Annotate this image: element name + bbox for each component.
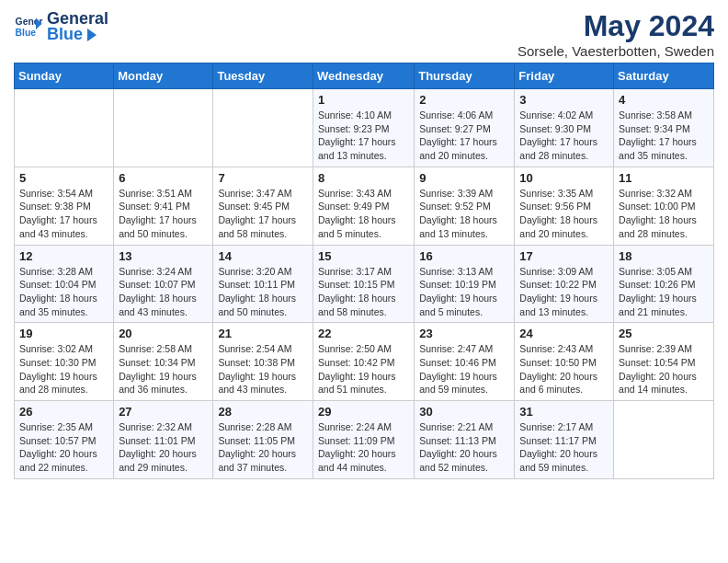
day-info: Sunrise: 3:43 AMSunset: 9:49 PMDaylight:…	[318, 187, 409, 241]
day-number: 11	[619, 171, 709, 185]
day-info: Sunrise: 2:50 AMSunset: 10:42 PMDaylight…	[318, 342, 409, 396]
day-info: Sunrise: 2:24 AMSunset: 11:09 PMDaylight…	[318, 420, 409, 475]
day-info: Sunrise: 3:39 AMSunset: 9:52 PMDaylight:…	[419, 187, 509, 241]
logo-icon: General Blue	[14, 12, 43, 41]
day-info: Sunrise: 2:54 AMSunset: 10:38 PMDaylight…	[218, 342, 308, 396]
day-number: 17	[519, 249, 609, 263]
day-info: Sunrise: 2:32 AMSunset: 11:01 PMDaylight…	[119, 420, 208, 475]
calendar-week-3: 12Sunrise: 3:28 AMSunset: 10:04 PMDaylig…	[15, 245, 714, 323]
day-number: 4	[619, 93, 709, 107]
day-number: 31	[519, 405, 609, 419]
calendar-cell: 26Sunrise: 2:35 AMSunset: 10:57 PMDaylig…	[15, 401, 114, 479]
calendar-cell	[114, 89, 213, 167]
day-info: Sunrise: 3:13 AMSunset: 10:19 PMDaylight…	[419, 265, 509, 319]
calendar-cell: 27Sunrise: 2:32 AMSunset: 11:01 PMDaylig…	[114, 401, 213, 479]
calendar-week-2: 5Sunrise: 3:54 AMSunset: 9:38 PMDaylight…	[15, 167, 714, 245]
subtitle: Sorsele, Vaesterbotten, Sweden	[518, 43, 714, 59]
day-number: 20	[119, 327, 208, 340]
calendar-cell: 23Sunrise: 2:47 AMSunset: 10:46 PMDaylig…	[415, 323, 515, 401]
calendar-header-row: Sunday Monday Tuesday Wednesday Thursday…	[15, 63, 714, 89]
day-number: 16	[419, 249, 509, 263]
calendar-cell: 22Sunrise: 2:50 AMSunset: 10:42 PMDaylig…	[313, 323, 414, 401]
day-info: Sunrise: 3:24 AMSunset: 10:07 PMDaylight…	[119, 265, 208, 319]
calendar-cell: 10Sunrise: 3:35 AMSunset: 9:56 PMDayligh…	[515, 167, 614, 245]
col-saturday: Saturday	[614, 63, 714, 89]
day-number: 5	[19, 171, 108, 185]
day-number: 26	[19, 405, 108, 419]
day-info: Sunrise: 3:47 AMSunset: 9:45 PMDaylight:…	[218, 187, 308, 241]
calendar-cell: 20Sunrise: 2:58 AMSunset: 10:34 PMDaylig…	[114, 323, 213, 401]
day-info: Sunrise: 3:32 AMSunset: 10:00 PMDaylight…	[619, 187, 709, 241]
calendar-cell: 13Sunrise: 3:24 AMSunset: 10:07 PMDaylig…	[114, 245, 213, 323]
day-info: Sunrise: 2:39 AMSunset: 10:54 PMDaylight…	[619, 342, 709, 396]
day-info: Sunrise: 3:28 AMSunset: 10:04 PMDaylight…	[19, 265, 108, 319]
day-info: Sunrise: 2:47 AMSunset: 10:46 PMDaylight…	[419, 342, 509, 396]
calendar-cell: 2Sunrise: 4:06 AMSunset: 9:27 PMDaylight…	[415, 89, 515, 167]
day-info: Sunrise: 3:35 AMSunset: 9:56 PMDaylight:…	[519, 187, 609, 241]
calendar-cell: 16Sunrise: 3:13 AMSunset: 10:19 PMDaylig…	[415, 245, 515, 323]
day-number: 15	[318, 249, 409, 263]
day-number: 8	[318, 171, 409, 185]
day-info: Sunrise: 3:05 AMSunset: 10:26 PMDaylight…	[619, 265, 709, 319]
calendar-cell	[614, 401, 714, 479]
calendar-cell: 8Sunrise: 3:43 AMSunset: 9:49 PMDaylight…	[313, 167, 414, 245]
day-number: 23	[419, 327, 509, 340]
day-number: 12	[19, 249, 108, 263]
col-friday: Friday	[515, 63, 614, 89]
day-info: Sunrise: 3:02 AMSunset: 10:30 PMDaylight…	[19, 342, 108, 396]
day-number: 14	[218, 249, 308, 263]
day-number: 19	[19, 327, 108, 340]
day-number: 10	[519, 171, 609, 185]
day-number: 24	[519, 327, 609, 340]
day-info: Sunrise: 2:21 AMSunset: 11:13 PMDaylight…	[419, 420, 509, 475]
day-number: 22	[318, 327, 409, 340]
day-number: 2	[419, 93, 509, 107]
calendar-week-5: 26Sunrise: 2:35 AMSunset: 10:57 PMDaylig…	[15, 401, 714, 479]
day-number: 7	[218, 171, 308, 185]
day-info: Sunrise: 2:35 AMSunset: 10:57 PMDaylight…	[19, 420, 108, 475]
col-wednesday: Wednesday	[313, 63, 414, 89]
day-number: 29	[318, 405, 409, 419]
day-info: Sunrise: 2:28 AMSunset: 11:05 PMDaylight…	[218, 420, 308, 475]
day-number: 9	[419, 171, 509, 185]
day-number: 21	[218, 327, 308, 340]
calendar-cell: 12Sunrise: 3:28 AMSunset: 10:04 PMDaylig…	[15, 245, 114, 323]
calendar-cell: 24Sunrise: 2:43 AMSunset: 10:50 PMDaylig…	[515, 323, 614, 401]
calendar-cell: 14Sunrise: 3:20 AMSunset: 10:11 PMDaylig…	[213, 245, 313, 323]
col-sunday: Sunday	[15, 63, 114, 89]
calendar-cell: 5Sunrise: 3:54 AMSunset: 9:38 PMDaylight…	[15, 167, 114, 245]
col-monday: Monday	[114, 63, 213, 89]
month-title: May 2024	[518, 9, 714, 43]
day-number: 18	[619, 249, 709, 263]
svg-text:Blue: Blue	[16, 28, 37, 38]
calendar-cell: 7Sunrise: 3:47 AMSunset: 9:45 PMDaylight…	[213, 167, 313, 245]
calendar-cell: 18Sunrise: 3:05 AMSunset: 10:26 PMDaylig…	[614, 245, 714, 323]
logo-area: General Blue General Blue	[14, 9, 108, 44]
calendar-cell: 6Sunrise: 3:51 AMSunset: 9:41 PMDaylight…	[114, 167, 213, 245]
day-info: Sunrise: 2:58 AMSunset: 10:34 PMDaylight…	[119, 342, 208, 396]
day-info: Sunrise: 3:20 AMSunset: 10:11 PMDaylight…	[218, 265, 308, 319]
day-number: 28	[218, 405, 308, 419]
calendar-cell: 21Sunrise: 2:54 AMSunset: 10:38 PMDaylig…	[213, 323, 313, 401]
day-info: Sunrise: 3:51 AMSunset: 9:41 PMDaylight:…	[119, 187, 208, 241]
calendar-cell: 15Sunrise: 3:17 AMSunset: 10:15 PMDaylig…	[313, 245, 414, 323]
calendar-cell: 11Sunrise: 3:32 AMSunset: 10:00 PMDaylig…	[614, 167, 714, 245]
calendar-cell: 25Sunrise: 2:39 AMSunset: 10:54 PMDaylig…	[614, 323, 714, 401]
calendar-cell	[15, 89, 114, 167]
day-info: Sunrise: 2:17 AMSunset: 11:17 PMDaylight…	[519, 420, 609, 475]
header: General Blue General Blue May 2024 Sorse…	[14, 9, 714, 59]
day-info: Sunrise: 4:10 AMSunset: 9:23 PMDaylight:…	[318, 109, 409, 163]
day-info: Sunrise: 2:43 AMSunset: 10:50 PMDaylight…	[519, 342, 609, 396]
calendar-cell	[213, 89, 313, 167]
day-info: Sunrise: 4:02 AMSunset: 9:30 PMDaylight:…	[519, 109, 609, 163]
day-number: 1	[318, 93, 409, 107]
calendar-cell: 3Sunrise: 4:02 AMSunset: 9:30 PMDaylight…	[515, 89, 614, 167]
calendar-cell: 28Sunrise: 2:28 AMSunset: 11:05 PMDaylig…	[213, 401, 313, 479]
day-number: 27	[119, 405, 208, 419]
calendar: Sunday Monday Tuesday Wednesday Thursday…	[14, 63, 714, 479]
title-area: May 2024 Sorsele, Vaesterbotten, Sweden	[518, 9, 714, 59]
calendar-cell: 9Sunrise: 3:39 AMSunset: 9:52 PMDaylight…	[415, 167, 515, 245]
calendar-cell: 1Sunrise: 4:10 AMSunset: 9:23 PMDaylight…	[313, 89, 414, 167]
calendar-cell: 19Sunrise: 3:02 AMSunset: 10:30 PMDaylig…	[15, 323, 114, 401]
calendar-week-1: 1Sunrise: 4:10 AMSunset: 9:23 PMDaylight…	[15, 89, 714, 167]
